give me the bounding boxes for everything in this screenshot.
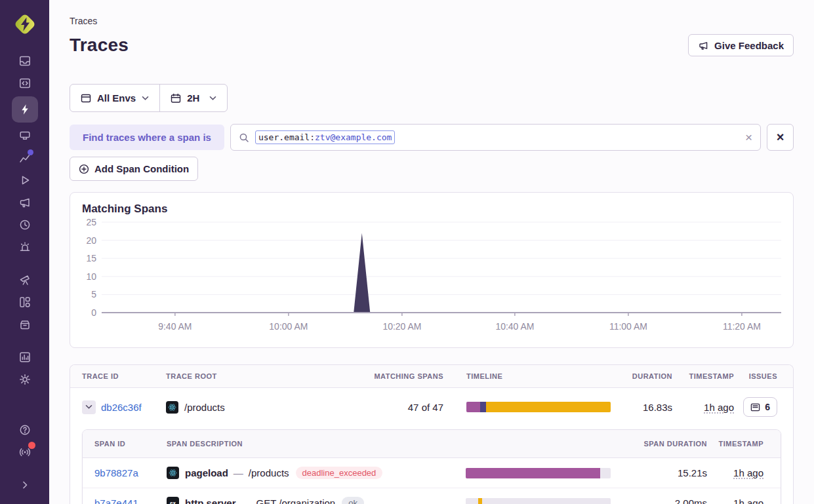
matching-spans-panel: Matching Spans 05101520259:40 AM10:00 AM… — [70, 192, 794, 348]
help-icon[interactable] — [12, 419, 38, 441]
col-span-duration: SPAN DURATION — [628, 440, 707, 448]
span-timeline-bar — [466, 498, 611, 504]
broadcast-icon[interactable] — [12, 441, 38, 463]
time-range-selector[interactable]: 2H — [160, 85, 227, 111]
archive-box-icon[interactable] — [12, 313, 38, 336]
collapse-trace-button[interactable] — [82, 400, 96, 414]
app-root: Traces Traces Give Feedback All Envs — [0, 0, 814, 504]
col-timeline: TIMELINE — [443, 372, 617, 380]
code-folder-icon[interactable] — [12, 72, 38, 94]
react-icon — [166, 401, 178, 414]
svg-text:9:40 AM: 9:40 AM — [158, 321, 192, 332]
bar-stats-icon[interactable] — [12, 346, 38, 368]
condition-prefix-label: Find traces where a span is — [70, 125, 224, 150]
issues-icon — [750, 402, 760, 412]
matching-spans-chart: 05101520259:40 AM10:00 AM10:20 AM10:40 A… — [82, 216, 781, 335]
svg-text:25: 25 — [86, 217, 96, 227]
lightning-icon[interactable] — [12, 96, 38, 123]
svg-text:10:00 AM: 10:00 AM — [269, 321, 308, 332]
chevron-down-icon — [85, 404, 92, 410]
close-icon: × — [777, 130, 784, 145]
span-row: b7a7e441 ex http.server — GET /organizat… — [83, 488, 781, 504]
breadcrumb[interactable]: Traces — [70, 16, 794, 26]
span-duration: 2.00ms — [628, 497, 707, 504]
col-duration: DURATION — [617, 372, 672, 380]
col-span-description: SPAN DESCRIPTION — [167, 440, 447, 448]
trace-id-link[interactable]: db26c36f — [101, 402, 142, 413]
traces-table: TRACE ID TRACE ROOT MATCHING SPANS TIMEL… — [70, 364, 794, 504]
page-title: Traces — [70, 35, 129, 56]
search-token[interactable]: user.email:ztv@example.com — [255, 130, 396, 144]
col-span-timestamp: TIMESTAMP — [707, 440, 781, 448]
trace-row: db26c36f /products 47 of 47 16.83s 1h ag… — [70, 388, 793, 426]
svg-text:10:40 AM: 10:40 AM — [495, 321, 534, 332]
span-id-link[interactable]: 9b78827a — [94, 467, 138, 478]
gear-icon[interactable] — [12, 368, 38, 391]
megaphone-icon[interactable] — [12, 191, 38, 214]
svg-text:11:00 AM: 11:00 AM — [609, 321, 647, 332]
play-icon[interactable] — [12, 169, 38, 191]
react-icon — [167, 467, 179, 479]
span-timeline-bar — [466, 468, 611, 478]
projector-icon[interactable] — [12, 125, 38, 147]
page-header: Traces Traces Give Feedback — [49, 0, 814, 71]
spans-table: SPAN ID SPAN DESCRIPTION SPAN DURATION T… — [82, 429, 781, 504]
trace-duration: 16.83s — [617, 402, 672, 413]
span-status-badge: deadline_exceeded — [296, 467, 383, 479]
svg-text:15: 15 — [86, 253, 96, 263]
span-condition-row: Find traces where a span is user.email:z… — [70, 124, 794, 151]
page-content: All Envs 2H Find traces where a span is … — [49, 71, 814, 504]
svg-text:11:20 AM: 11:20 AM — [723, 321, 761, 332]
express-icon: ex — [167, 497, 179, 504]
chart-title: Matching Spans — [82, 203, 781, 216]
chevron-right-icon[interactable] — [12, 474, 38, 496]
span-op: http.server — [185, 497, 236, 504]
span-timestamp: 1h ago — [733, 467, 763, 478]
sidebar — [0, 0, 49, 504]
trace-timeline-bar — [466, 402, 611, 412]
col-timestamp: TIMESTAMP — [672, 372, 734, 380]
chart-line-icon[interactable] — [12, 147, 38, 169]
inbox-icon[interactable] — [12, 50, 38, 72]
span-op: pageload — [185, 467, 228, 478]
remove-condition-button[interactable]: × — [767, 124, 794, 151]
siren-icon[interactable] — [12, 236, 38, 258]
matching-spans-count: 47 of 47 — [267, 402, 443, 413]
dashboard-grid-icon[interactable] — [12, 291, 38, 313]
notification-dot — [28, 442, 35, 449]
page-filter-bar: All Envs 2H — [70, 84, 228, 112]
col-trace-id: TRACE ID — [70, 372, 162, 380]
col-span-id: SPAN ID — [83, 440, 167, 448]
col-issues: ISSUES — [734, 372, 793, 380]
span-timestamp: 1h ago — [733, 497, 763, 504]
give-feedback-button[interactable]: Give Feedback — [688, 34, 794, 56]
svg-text:10: 10 — [86, 271, 96, 282]
span-search-input[interactable]: user.email:ztv@example.com × — [230, 124, 761, 151]
svg-text:10:20 AM: 10:20 AM — [382, 321, 421, 332]
chevron-down-icon — [209, 96, 216, 101]
plus-circle-icon — [79, 164, 89, 174]
calendar-icon — [171, 93, 181, 104]
trace-timestamp: 1h ago — [704, 402, 734, 413]
span-status-badge: ok — [342, 497, 364, 504]
trace-issues-button[interactable]: 6 — [743, 397, 777, 417]
add-span-condition-button[interactable]: Add Span Condition — [70, 157, 198, 181]
sentry-logo-icon[interactable] — [12, 12, 37, 37]
chevron-down-icon — [142, 96, 149, 101]
notification-dot — [28, 149, 33, 155]
svg-text:5: 5 — [91, 289, 96, 300]
telescope-icon[interactable] — [12, 269, 38, 291]
clear-search-icon[interactable]: × — [745, 131, 752, 144]
main-area: Traces Traces Give Feedback All Envs — [49, 0, 814, 504]
col-matching-spans: MATCHING SPANS — [267, 372, 443, 380]
svg-text:0: 0 — [91, 307, 96, 318]
search-icon — [239, 132, 249, 143]
span-description: GET /organization — [256, 497, 336, 504]
environment-selector[interactable]: All Envs — [70, 85, 159, 111]
spans-table-header: SPAN ID SPAN DESCRIPTION SPAN DURATION T… — [83, 430, 781, 458]
span-duration: 15.21s — [628, 467, 707, 478]
span-id-link[interactable]: b7a7e441 — [94, 497, 138, 504]
col-trace-root: TRACE ROOT — [162, 372, 267, 380]
history-icon[interactable] — [12, 214, 38, 236]
span-description: /products — [249, 467, 289, 478]
